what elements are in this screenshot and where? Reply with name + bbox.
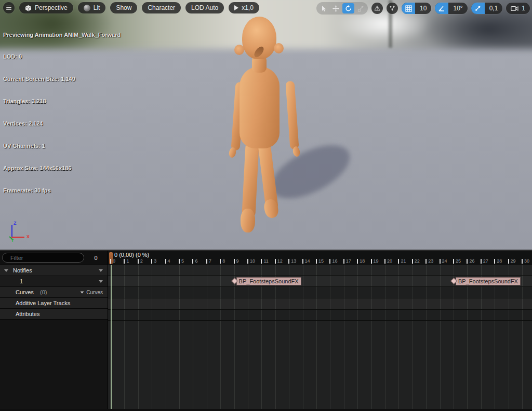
character-right-arm <box>285 81 299 150</box>
rotation-snap-value: 10° <box>448 3 467 14</box>
3d-viewport[interactable]: Previewing Animation ANIM_Walk_Forward L… <box>0 0 532 250</box>
stat-vertices: Vertices: 2.124 <box>3 120 121 127</box>
ruler-tick: 30 <box>522 258 529 264</box>
track-menu-icon[interactable] <box>99 280 103 283</box>
viewport-menu-button[interactable] <box>3 2 15 13</box>
angle-icon <box>438 5 445 12</box>
track-row-notifies[interactable]: Notifies <box>0 265 108 276</box>
hamburger-icon <box>6 6 11 10</box>
grid-snap-value: 10 <box>415 3 431 14</box>
track-outliner: 0 Notifies 1 Curves (0) Curves Additive … <box>0 251 108 411</box>
transform-tools-group <box>316 2 368 15</box>
angle-snap-icon-box <box>435 3 448 14</box>
axis-z-line <box>11 225 12 238</box>
stat-uv-channels: UV Channels: 1 <box>3 142 121 149</box>
scale-snap-icon-box <box>471 3 485 14</box>
ruler-tick: 1 <box>124 258 129 264</box>
track-row-notify-slot-1[interactable]: 1 <box>0 276 108 287</box>
lit-button[interactable]: Lit <box>78 2 106 13</box>
ruler-tick: 0 <box>110 258 115 264</box>
scale-snap-control[interactable]: 0,1 <box>471 3 503 14</box>
lit-label: Lit <box>94 4 100 11</box>
grid-snap-control[interactable]: 10 <box>402 3 431 14</box>
filter-input[interactable] <box>9 254 85 262</box>
ruler-tick: 6 <box>192 258 197 264</box>
world-gizmo-icon <box>374 5 381 12</box>
move-icon <box>332 5 339 12</box>
track-row-additive[interactable]: Additive Layer Tracks <box>0 298 108 309</box>
track-filter-box[interactable] <box>2 253 84 263</box>
show-button[interactable]: Show <box>110 2 137 13</box>
select-tool-button[interactable] <box>317 3 329 13</box>
chevron-down-icon <box>81 291 84 293</box>
ruler-tick: 13 <box>288 258 296 264</box>
filter-row: 0 <box>0 251 108 265</box>
ruler-tick: 26 <box>467 258 474 264</box>
track-row-attributes[interactable]: Attributes <box>0 309 108 320</box>
ruler-tick: 4 <box>165 258 170 264</box>
scale-tool-button[interactable] <box>355 3 367 13</box>
attributes-lane <box>108 310 532 321</box>
filter-count: 0 <box>84 255 108 261</box>
character-right-ear <box>274 43 284 53</box>
ruler-tick: 27 <box>481 258 488 264</box>
curves-count: (0) <box>40 289 47 295</box>
ruler-tick: 3 <box>151 258 156 264</box>
cube-icon <box>25 5 32 11</box>
show-label: Show <box>116 4 131 11</box>
camera-speed-control[interactable]: 1 <box>506 3 530 14</box>
ruler-tick: 9 <box>234 258 239 264</box>
ruler-tick: 14 <box>302 258 310 264</box>
curves-dropdown-button[interactable]: Curves <box>80 290 103 295</box>
ruler-tick: 19 <box>371 258 379 264</box>
ruler-tick: 5 <box>179 258 184 264</box>
grid-icon <box>405 5 412 12</box>
move-tool-button[interactable] <box>330 3 342 13</box>
character-shadow <box>263 134 357 209</box>
cursor-icon <box>321 5 327 12</box>
timeline-ruler[interactable]: 0 (0,00) (0 %) 0123456789101112131415161… <box>108 251 532 265</box>
track-row-curves[interactable]: Curves (0) Curves <box>0 287 108 298</box>
ruler-tick: 28 <box>494 258 502 264</box>
character-torso <box>240 66 280 148</box>
surface-snapping-button[interactable] <box>387 3 398 14</box>
stat-screen-size: Current Screen Size: 1,149 <box>3 75 121 83</box>
timeline-tracks-area[interactable]: BP_FootstepsSoundFXBP_FootstepsSoundFX <box>108 265 532 409</box>
character-button[interactable]: Character <box>142 2 181 13</box>
diagonal-arrow-icon <box>475 5 481 11</box>
ruler-tick: 7 <box>206 258 211 264</box>
character-label: Character <box>148 4 175 11</box>
play-icon <box>234 5 238 10</box>
lod-auto-button[interactable]: LOD Auto <box>185 2 224 13</box>
rotate-tool-button[interactable] <box>342 3 354 13</box>
notify-event[interactable]: BP_FootstepsSoundFX <box>456 277 521 285</box>
stat-lod: LOD: 0 <box>3 53 121 60</box>
stat-triangles: Triangles: 3.218 <box>3 98 121 105</box>
rotate-icon <box>345 5 352 12</box>
track-menu-icon[interactable] <box>99 269 103 272</box>
perspective-button[interactable]: Perspective <box>19 2 73 13</box>
ruler-tick: 22 <box>412 258 420 264</box>
notify-event[interactable]: BP_FootstepsSoundFX <box>236 277 301 285</box>
axis-y-label: Y <box>11 238 14 243</box>
ruler-tick: 25 <box>453 258 461 264</box>
notifies-header-lane <box>108 265 532 276</box>
attributes-track-label: Attributes <box>16 311 108 317</box>
lod-label: LOD Auto <box>191 4 218 11</box>
rotation-snap-control[interactable]: 10° <box>435 3 467 14</box>
ruler-tick: 23 <box>425 258 433 264</box>
playhead-line[interactable] <box>111 265 112 409</box>
ruler-tick: 10 <box>247 258 255 264</box>
coordinate-system-button[interactable] <box>371 3 383 14</box>
character-left-foot <box>241 209 255 232</box>
ruler-tick: 17 <box>343 258 351 264</box>
scale-snap-value: 0,1 <box>485 3 503 14</box>
playhead-readout: 0 (0,00) (0 %) <box>114 252 149 258</box>
ruler-tick: 15 <box>316 258 324 264</box>
ruler-tick: 8 <box>220 258 225 264</box>
curves-lane <box>108 287 532 298</box>
playback-speed-button[interactable]: x1,0 <box>229 2 259 13</box>
ruler-tick: 2 <box>138 258 143 264</box>
expander-icon[interactable] <box>4 269 8 272</box>
curves-track-label: Curves (0) <box>16 289 80 295</box>
